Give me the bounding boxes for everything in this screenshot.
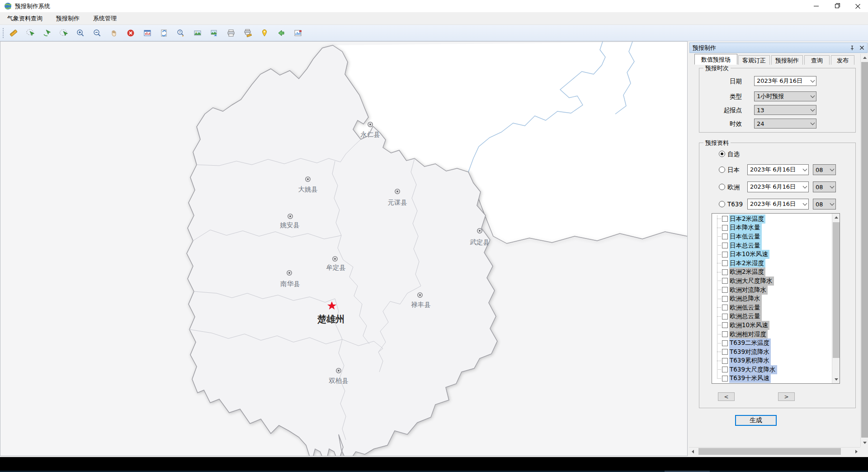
list-item[interactable]: 日本2米温度 <box>712 215 832 224</box>
h-scrollbar-thumb[interactable] <box>698 448 841 455</box>
menu-item-3[interactable]: 系统管理 <box>87 13 123 24</box>
menu-item-2[interactable]: 预报制作 <box>50 13 86 24</box>
list-item[interactable]: 日本低云量 <box>712 232 832 241</box>
select-area-alt-icon[interactable] <box>57 27 71 39</box>
list-scrollbar[interactable] <box>832 214 840 383</box>
report-icon[interactable] <box>291 27 305 39</box>
map-canvas[interactable]: 永仁县大姚县元谋县姚安县武定县牟定县南华县禄丰县双柏县楚雄州 <box>0 41 688 456</box>
list-item[interactable]: T639大尺度降水 <box>712 365 832 374</box>
source-date-combo-3[interactable]: 2023年 6月16日 <box>747 181 809 192</box>
panel-scrollbar-thumb[interactable] <box>861 62 868 438</box>
field-combo-1[interactable]: 2023年 6月16日 <box>754 76 816 86</box>
zoom-in-icon[interactable] <box>74 27 87 39</box>
list-item[interactable]: 欧洲2米温度 <box>712 268 832 277</box>
list-item[interactable]: 日本10米风速 <box>712 250 832 259</box>
list-item[interactable]: 日本2米湿度 <box>712 259 832 268</box>
list-item[interactable]: 欧洲相对湿度 <box>712 330 832 339</box>
chart-window-icon[interactable] <box>141 27 154 39</box>
list-item[interactable]: 欧洲对流降水 <box>712 286 832 295</box>
tab-2[interactable]: 客观订正 <box>738 55 770 65</box>
list-scroll-down[interactable] <box>832 376 840 383</box>
list-item[interactable]: 日本总云量 <box>712 241 832 250</box>
checkbox[interactable] <box>722 367 728 372</box>
list-item[interactable]: 欧洲低云量 <box>712 303 832 312</box>
checkbox[interactable] <box>722 314 728 319</box>
list-item[interactable]: 欧洲10米风速 <box>712 321 832 330</box>
refresh-icon[interactable] <box>157 27 171 39</box>
list-scroll-up[interactable] <box>832 214 840 221</box>
source-date-combo-4[interactable]: 2023年 6月16日 <box>747 199 809 210</box>
scroll-down-arrow[interactable] <box>861 439 868 447</box>
list-item[interactable]: 欧洲大尺度降水 <box>712 277 832 286</box>
checkbox[interactable] <box>722 260 728 266</box>
checkbox[interactable] <box>722 376 728 381</box>
scroll-left-arrow[interactable] <box>689 448 697 455</box>
checkbox[interactable] <box>722 234 728 239</box>
source-date-combo-2[interactable]: 2023年 6月16日 <box>747 164 809 175</box>
checkbox[interactable] <box>722 278 728 284</box>
list-item[interactable]: 欧洲总云量 <box>712 312 832 321</box>
zoom-out-icon[interactable] <box>90 27 104 39</box>
radio-日本[interactable] <box>719 167 725 173</box>
field-combo-4[interactable]: 24 <box>754 119 816 129</box>
checkbox[interactable] <box>722 269 728 275</box>
checkbox[interactable] <box>722 305 728 310</box>
restore-button[interactable] <box>826 0 847 12</box>
field-combo-2[interactable]: 1小时预报 <box>754 91 816 101</box>
list-item[interactable]: T639二米温度 <box>712 339 832 348</box>
pan-icon[interactable] <box>107 27 121 39</box>
pin-button[interactable] <box>848 44 856 52</box>
checkbox[interactable] <box>722 322 728 328</box>
generate-button[interactable]: 生成 <box>735 415 777 426</box>
checkbox[interactable] <box>722 287 728 293</box>
scroll-up-arrow[interactable] <box>861 54 868 62</box>
list-item[interactable]: T639对流降水 <box>712 348 832 357</box>
checkbox[interactable] <box>722 216 728 222</box>
list-item[interactable]: T639累积降水 <box>712 357 832 366</box>
tab-3[interactable]: 预报制作 <box>771 55 803 65</box>
back-icon[interactable] <box>274 27 288 39</box>
list-item[interactable]: T639十米风速 <box>712 374 832 383</box>
measure-icon[interactable] <box>7 27 20 39</box>
variable-list[interactable]: 日本2米温度日本降水量日本低云量日本总云量日本10米风速日本2米湿度欧洲2米温度… <box>712 213 840 384</box>
minimize-button[interactable] <box>806 0 826 12</box>
panel-close-button[interactable] <box>858 44 866 52</box>
source-hour-combo-3[interactable]: 08 <box>813 181 836 192</box>
select-area-icon[interactable] <box>24 27 37 39</box>
menu-item-1[interactable]: 气象资料查询 <box>1 13 49 24</box>
tab-5[interactable]: 发布 <box>831 55 854 65</box>
checkbox[interactable] <box>722 225 728 231</box>
radio-欧洲[interactable] <box>719 184 725 190</box>
checkbox[interactable] <box>722 331 728 337</box>
pointer-icon[interactable] <box>40 27 54 39</box>
panel-horizontal-scrollbar[interactable] <box>689 447 860 455</box>
checkbox[interactable] <box>722 252 728 257</box>
prev-button[interactable]: < <box>718 392 735 401</box>
export-image-icon[interactable] <box>208 27 221 39</box>
toolbar-grip[interactable] <box>2 28 4 38</box>
stop-icon[interactable] <box>124 27 137 39</box>
list-item[interactable]: 欧洲总降水 <box>712 294 832 303</box>
tab-1[interactable]: 数值预报场 <box>694 54 737 65</box>
image-icon[interactable] <box>191 27 204 39</box>
list-scrollbar-thumb[interactable] <box>833 222 840 358</box>
source-hour-combo-4[interactable]: 08 <box>813 199 836 210</box>
checkbox[interactable] <box>722 349 728 355</box>
checkbox[interactable] <box>722 358 728 364</box>
checkbox[interactable] <box>722 340 728 346</box>
checkbox[interactable] <box>722 243 728 248</box>
marker-icon[interactable] <box>258 27 271 39</box>
checkbox[interactable] <box>722 296 728 302</box>
identify-icon[interactable]: ? <box>174 27 188 39</box>
radio-自选[interactable] <box>719 151 725 157</box>
radio-T639[interactable] <box>719 201 725 207</box>
panel-vertical-scrollbar[interactable] <box>860 54 868 447</box>
print-icon[interactable] <box>224 27 238 39</box>
list-item[interactable]: 日本降水量 <box>712 224 832 233</box>
close-button[interactable] <box>847 0 868 12</box>
scroll-right-arrow[interactable] <box>853 448 860 455</box>
field-combo-3[interactable]: 13 <box>754 105 816 115</box>
source-hour-combo-2[interactable]: 08 <box>813 164 836 175</box>
print-setup-icon[interactable] <box>241 27 255 39</box>
next-button[interactable]: > <box>778 392 795 401</box>
